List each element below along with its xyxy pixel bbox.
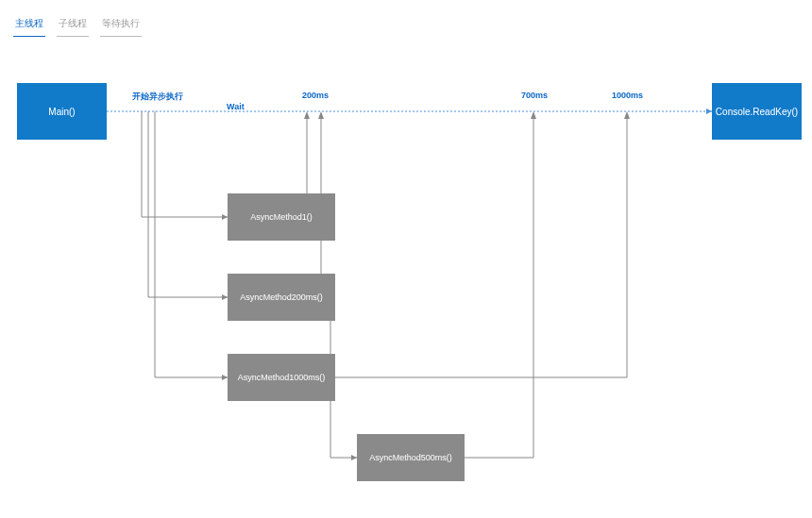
tabs: 主线程 子线程 等待执行: [0, 0, 812, 37]
tab-main-thread[interactable]: 主线程: [13, 13, 45, 37]
diagram-canvas: Main() Console.ReadKey() AsyncMethod1() …: [0, 0, 812, 518]
node-main: Main(): [17, 83, 107, 140]
svg-marker-9: [624, 111, 630, 119]
label-700ms: 700ms: [521, 91, 548, 100]
tab-sub-thread[interactable]: 子线程: [57, 13, 89, 37]
svg-marker-8: [531, 111, 536, 119]
node-asyncmethod1: AsyncMethod1(): [228, 193, 335, 241]
node-asyncmethod1000ms: AsyncMethod1000ms(): [228, 354, 335, 401]
label-wait: Wait: [227, 102, 245, 111]
node-asyncmethod200ms: AsyncMethod200ms(): [228, 274, 335, 321]
tab-pending[interactable]: 等待执行: [100, 13, 142, 37]
label-start-async: 开始异步执行: [132, 91, 183, 103]
svg-marker-6: [318, 111, 324, 119]
svg-marker-5: [304, 111, 310, 119]
node-asyncmethod500ms: AsyncMethod500ms(): [357, 434, 465, 481]
node-readkey: Console.ReadKey(): [712, 83, 802, 140]
label-1000ms: 1000ms: [612, 91, 643, 100]
label-200ms: 200ms: [302, 91, 329, 100]
